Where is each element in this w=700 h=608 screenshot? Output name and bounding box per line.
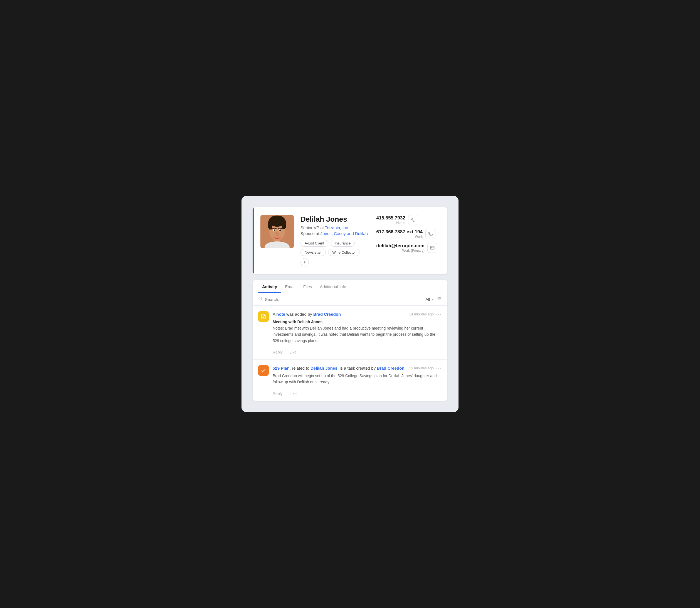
spouse-link[interactable]: Jones, Casey and Delilah — [321, 231, 368, 236]
tab-additional-info[interactable]: Additional Info — [316, 280, 350, 293]
avatar-section — [253, 215, 301, 248]
tag-wine-collector[interactable]: Wine Collector — [328, 249, 360, 256]
avatar — [260, 215, 294, 248]
task-actions: Reply · Like — [273, 388, 442, 401]
note-title: A note was added by Brad Creedon — [273, 312, 341, 317]
note-content-body: Notes: Brad met with Delilah Jones and h… — [273, 325, 442, 344]
tag-newsletter[interactable]: Newsletter — [301, 249, 326, 256]
activity-item-task: 529 Plan, related to Delilah Jones, is a… — [253, 360, 447, 401]
svg-point-11 — [274, 229, 276, 231]
note-actions: Reply · Like — [273, 347, 442, 359]
task-reply[interactable]: Reply — [273, 391, 283, 396]
task-options[interactable]: ··· — [436, 365, 442, 371]
task-icon — [258, 365, 269, 376]
profile-role: Senior VP at Terrapin, Inc. — [301, 225, 368, 230]
filter-lines-icon[interactable] — [437, 297, 442, 302]
task-person-link[interactable]: Delilah Jones — [310, 366, 338, 370]
search-icon — [258, 297, 263, 302]
contact-email: delilah@terrapin.com Work (Primary) — [376, 243, 437, 253]
note-link[interactable]: note — [276, 312, 285, 317]
home-phone-label: Home — [376, 221, 405, 225]
home-phone-number: 415.555.7932 — [376, 215, 405, 221]
note-content-title: Meeting with Delilah Jones — [273, 319, 442, 325]
profile-card: Delilah Jones Senior VP at Terrapin, Inc… — [253, 207, 447, 274]
work-phone-number: 617.366.7887 ext 194 — [376, 229, 423, 235]
profile-name: Delilah Jones — [301, 215, 368, 224]
note-icon — [258, 311, 269, 322]
note-content: Meeting with Delilah Jones Notes: Brad m… — [273, 319, 442, 344]
tags-container: A-List Client Insurance Newsletter Wine … — [301, 240, 368, 266]
search-input[interactable] — [265, 297, 423, 302]
task-timestamp: 15 minutes ago — [409, 366, 434, 370]
tag-insurance[interactable]: Insurance — [330, 240, 355, 247]
email-address: delilah@terrapin.com — [376, 243, 424, 249]
note-reply[interactable]: Reply — [273, 350, 283, 355]
email-label: Work (Primary) — [376, 249, 424, 252]
task-content: Brad Creedon will begin set up of the 52… — [273, 373, 442, 385]
activity-item-note: A note was added by Brad Creedon 14 minu… — [253, 306, 447, 360]
tab-files[interactable]: Files — [299, 280, 316, 293]
contact-work: 617.366.7887 ext 194 Work — [376, 229, 437, 239]
filter-all-dropdown[interactable]: All — [425, 297, 435, 302]
svg-rect-5 — [269, 221, 272, 229]
note-timestamp: 14 minutes ago — [409, 312, 434, 316]
tabs: Activity Email Files Additional Info — [253, 280, 447, 293]
activity-card: Activity Email Files Additional Info All — [253, 280, 447, 400]
call-home-button[interactable] — [408, 215, 418, 225]
add-tag-button[interactable]: + — [301, 258, 309, 266]
contact-home: 415.555.7932 Home — [376, 215, 437, 225]
svg-rect-6 — [282, 221, 285, 229]
main-container: Delilah Jones Senior VP at Terrapin, Inc… — [242, 196, 458, 412]
email-button[interactable] — [427, 243, 437, 253]
filter-controls: All — [425, 297, 442, 302]
task-like[interactable]: Like — [289, 391, 297, 396]
svg-point-13 — [259, 297, 262, 300]
search-bar: All — [253, 293, 447, 306]
work-phone-label: Work — [376, 235, 423, 239]
tag-a-list-client[interactable]: A-List Client — [301, 240, 328, 247]
tab-email[interactable]: Email — [281, 280, 299, 293]
svg-point-12 — [279, 229, 281, 231]
note-options[interactable]: ··· — [436, 311, 442, 317]
profile-info: Delilah Jones Senior VP at Terrapin, Inc… — [301, 215, 368, 266]
note-like[interactable]: Like — [289, 350, 297, 355]
profile-spouse: Spouse at Jones, Casey and Delilah — [301, 231, 368, 236]
task-title: 529 Plan, related to Delilah Jones, is a… — [273, 366, 404, 370]
tab-activity[interactable]: Activity — [258, 280, 281, 293]
call-work-button[interactable] — [425, 229, 435, 239]
company-link[interactable]: Terrapin, Inc. — [325, 225, 349, 230]
task-author-link[interactable]: Brad Creedon — [377, 366, 404, 370]
note-author[interactable]: Brad Creedon — [313, 312, 341, 317]
contact-info: 415.555.7932 Home 617.366.7887 ext 194 W… — [368, 215, 440, 253]
task-link[interactable]: 529 Plan — [273, 366, 290, 370]
